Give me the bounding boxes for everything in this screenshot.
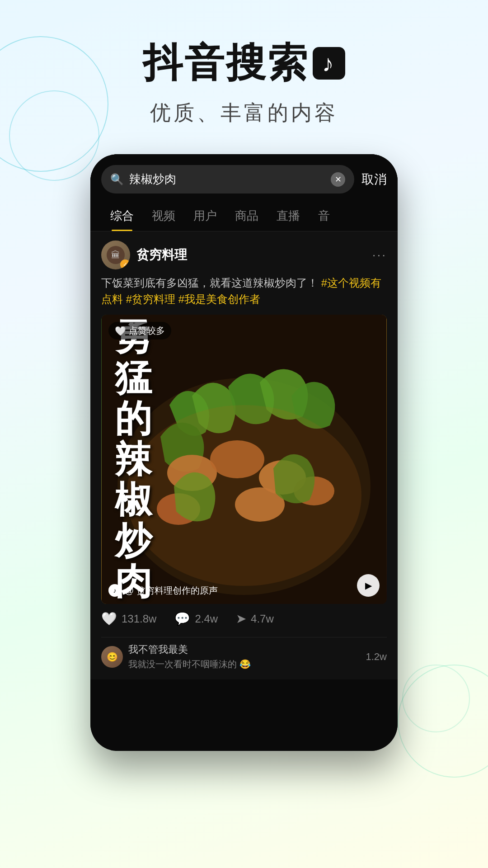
music-note-icon: ♪ [108,584,121,597]
shares-count: 4.7w [251,613,274,625]
clear-icon[interactable]: ✕ [331,172,345,187]
likes-badge-text: 点赞较多 [129,325,165,337]
heart-icon-small: 🤍 [115,326,126,336]
post-text: 下饭菜到底有多凶猛，就看这道辣椒炒肉了！ #这个视频有点料 #贫穷料理 #我是美… [101,275,387,307]
heart-icon: 🤍 [101,611,117,626]
like-interaction[interactable]: 🤍 131.8w [101,611,156,626]
comment-interaction[interactable]: 💬 2.4w [174,611,218,626]
tiktok-note-icon: ♪ [322,50,336,77]
commenter-name: 我不管我最美 [128,643,361,656]
tab-product[interactable]: 商品 [226,201,267,231]
phone-screen: 🔍 辣椒炒肉 ✕ 取消 综合 视频 用户 商品 [90,154,398,751]
likes-badge: 🤍 点赞较多 [108,322,171,340]
music-text: @ 贫穷料理创作的原声 [125,585,218,597]
more-options-icon[interactable]: ··· [372,248,387,262]
video-thumbnail[interactable]: 勇猛的辣椒炒肉 🤍 点赞较多 ♪ @ 贫穷料理创作的原声 [101,315,387,604]
comment-icon: 💬 [174,611,190,626]
username-label: 贫穷料理 [136,246,187,264]
tabs-row: 综合 视频 用户 商品 直播 音 [90,201,398,231]
interaction-row: 🤍 131.8w 💬 2.4w ➤ 4.7w [101,611,387,633]
tiktok-logo: ♪ [313,47,345,80]
post-header: 🏛 ✓ 贫穷料理 ··· [101,241,387,269]
search-bar-row: 🔍 辣椒炒肉 ✕ 取消 [90,154,398,201]
tab-live[interactable]: 直播 [267,201,309,231]
content-area: 🏛 ✓ 贫穷料理 ··· 下饭菜到底有多凶猛，就看这道辣椒炒肉了！ #这个视频有… [90,231,398,679]
video-text-overlay: 勇猛的辣椒炒肉 [101,315,387,604]
play-button[interactable]: ▶ [357,574,380,597]
share-interaction[interactable]: ➤ 4.7w [236,611,274,626]
app-title: 抖音搜索 [143,36,309,90]
commenter-avatar: 😊 [101,646,123,668]
user-info: 🏛 ✓ 贫穷料理 [101,241,187,269]
header-section: 抖音搜索 ♪ 优质、丰富的内容 [0,0,488,127]
tab-video[interactable]: 视频 [143,201,184,231]
comment-count-label: 1.2w [366,651,387,663]
cancel-button[interactable]: 取消 [361,171,387,188]
verified-badge: ✓ [120,259,130,269]
phone-mockup: 🔍 辣椒炒肉 ✕ 取消 综合 视频 用户 商品 [90,154,398,751]
phone-wrapper: 🔍 辣椒炒肉 ✕ 取消 综合 视频 用户 商品 [0,154,488,751]
video-background: 勇猛的辣椒炒肉 [101,315,387,604]
commenter-avatar-icon: 😊 [107,651,118,662]
search-input-container[interactable]: 🔍 辣椒炒肉 ✕ [101,165,354,193]
comment-body: 我就没一次看时不咽唾沫的 😂 [128,658,361,670]
tab-comprehensive[interactable]: 综合 [101,201,143,231]
comment-content: 我不管我最美 我就没一次看时不咽唾沫的 😂 [128,643,361,670]
svg-text:🏛: 🏛 [111,250,120,260]
search-query-text: 辣椒炒肉 [129,171,325,187]
main-title-row: 抖音搜索 ♪ [0,36,488,90]
user-avatar[interactable]: 🏛 ✓ [101,241,130,269]
comment-preview: 😊 我不管我最美 我就没一次看时不咽唾沫的 😂 1.2w [101,637,387,670]
search-icon: 🔍 [110,173,124,186]
share-icon: ➤ [236,611,246,626]
tab-user[interactable]: 用户 [184,201,226,231]
header-subtitle: 优质、丰富的内容 [0,99,488,127]
likes-count: 131.8w [122,613,156,625]
video-overlay-text: 勇猛的辣椒炒肉 [115,316,152,602]
tab-audio[interactable]: 音 [309,201,339,231]
music-bar: ♪ @ 贫穷料理创作的原声 [108,584,218,597]
comments-count: 2.4w [195,613,218,625]
